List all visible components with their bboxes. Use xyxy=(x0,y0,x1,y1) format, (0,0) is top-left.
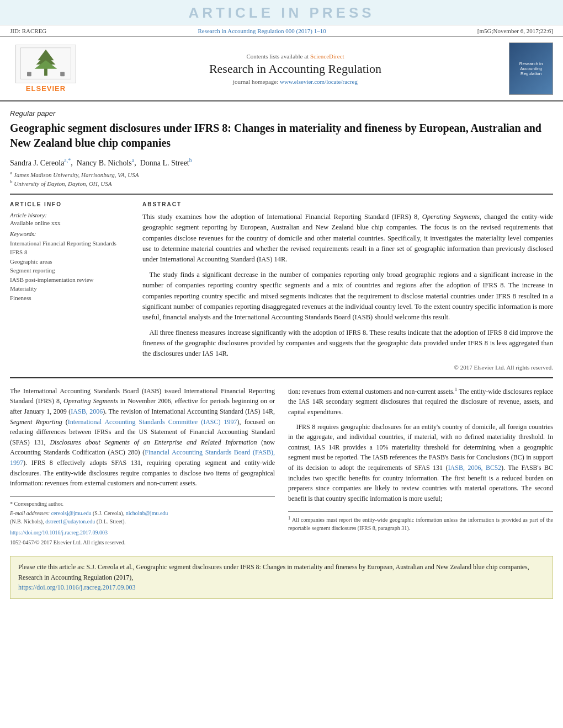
authors-line: Sandra J. Cereolaa,*, Nancy B. Nicholsa,… xyxy=(10,157,553,168)
abstract-para-3: All three fineness measures increase sig… xyxy=(142,328,553,360)
elsevier-logo-image xyxy=(15,45,76,83)
copyright-line: © 2017 Elsevier Ltd. All rights reserved… xyxy=(142,364,553,371)
logo-area: ELSEVIER xyxy=(10,45,82,93)
citation-doi-link[interactable]: https://doi.org/10.1016/j.racreg.2017.09… xyxy=(18,584,135,591)
sciencedirect-link[interactable]: ScienceDirect xyxy=(310,53,344,60)
contents-note: Contents lists available at ScienceDirec… xyxy=(82,53,509,60)
svg-rect-7 xyxy=(60,72,65,77)
main-para-right-1: tion: revenues from external customers a… xyxy=(288,386,553,417)
received-value: Available online xxx xyxy=(10,220,131,226)
issn-note: 1052-0457/© 2017 Elsevier Ltd. All right… xyxy=(10,539,275,547)
main-col-left: The International Accounting Standards B… xyxy=(10,386,275,548)
keyword-5: IASB post-implementation review xyxy=(10,275,131,285)
elsevier-svg xyxy=(16,45,76,83)
email-cereola[interactable]: cereolsj@jmu.edu xyxy=(51,510,92,516)
abstract-para-2: The study finds a significant decrease i… xyxy=(142,270,553,323)
keyword-2: IFRS 8 xyxy=(10,248,131,257)
watermark-text: ARTICLE IN PRESS xyxy=(188,4,374,21)
article-body: Regular paper Geographic segment disclos… xyxy=(0,109,563,599)
main-text-divider xyxy=(10,377,553,378)
main-text-cols: The International Accounting Standards B… xyxy=(10,386,553,548)
section-divider-after-affiliations xyxy=(10,194,553,195)
journal-ref-link[interactable]: Research in Accounting Regulation 000 (2… xyxy=(198,28,326,34)
history-label: Article history: xyxy=(10,212,131,218)
jid-label: JID: RACREG xyxy=(10,28,46,34)
footnote-area-left: * Corresponding author. E-mail addresses… xyxy=(10,496,275,547)
iasc-1997-link[interactable]: International Accounting Standards Commi… xyxy=(68,418,237,426)
citation-footer: Please cite this article as: S.J. Cereol… xyxy=(10,556,553,599)
author-3-superscript: b xyxy=(189,157,192,163)
info-abstract-cols: ARTICLE INFO Article history: Available … xyxy=(10,201,553,371)
journal-homepage: journal homepage: www.elsevier.com/locat… xyxy=(82,78,509,85)
author-2-superscript: a xyxy=(132,157,134,163)
main-col-right: tion: revenues from external customers a… xyxy=(288,386,553,548)
journal-header: ELSEVIER Contents lists available at Sci… xyxy=(0,36,563,101)
cover-text: Research inAccountingRegulation xyxy=(517,59,545,78)
top-meta-bar: JID: RACREG Research in Accounting Regul… xyxy=(0,25,563,36)
email-street[interactable]: dstreet1@udayton.edu xyxy=(45,518,95,524)
elsevier-wordmark: ELSEVIER xyxy=(26,84,66,93)
article-info-col: ARTICLE INFO Article history: Available … xyxy=(10,201,131,371)
abstract-text: This study examines how the adoption of … xyxy=(142,212,553,360)
journal-center: Contents lists available at ScienceDirec… xyxy=(82,53,509,85)
email-note: E-mail addresses: cereolsj@jmu.edu (S.J.… xyxy=(10,510,275,526)
abstract-para-1: This study examines how the adoption of … xyxy=(142,212,553,265)
article-in-press-banner: ARTICLE IN PRESS xyxy=(0,0,563,25)
email-nichols[interactable]: nicholnb@jmu.edu xyxy=(126,510,168,516)
iasb-2006-bc52-link[interactable]: IASB, 2006, BC52 xyxy=(448,464,501,472)
journal-cover-thumbnail: Research inAccountingRegulation xyxy=(509,42,553,95)
fasb-1997-link[interactable]: Financial Accounting Standards Board (FA… xyxy=(10,448,275,467)
article-info-heading: ARTICLE INFO xyxy=(10,201,131,207)
svg-rect-2 xyxy=(44,68,47,76)
keyword-1: International Financial Reporting Standa… xyxy=(10,239,131,248)
article-title: Geographic segment disclosures under IFR… xyxy=(10,121,553,151)
author-1: Sandra J. Cereola xyxy=(10,159,64,167)
affiliation-a: a James Madison University, Harrisonburg… xyxy=(10,170,553,178)
footnote-1: 1 All companies must report the entity-w… xyxy=(288,515,553,532)
iasb-2006-link[interactable]: IASB, 2006 xyxy=(71,408,103,415)
abstract-col: ABSTRACT This study examines how the ado… xyxy=(142,201,553,371)
keyword-3: Geographic areas xyxy=(10,257,131,266)
affiliation-b: b University of Dayton, Dayton, OH, USA xyxy=(10,179,553,187)
keywords-list: International Financial Reporting Standa… xyxy=(10,239,131,303)
footnote-area-right: 1 All companies must report the entity-w… xyxy=(288,511,553,532)
elsevier-logo: ELSEVIER xyxy=(10,45,82,93)
keywords-label: Keywords: xyxy=(10,231,131,237)
main-para-1: The International Accounting Standards B… xyxy=(10,386,275,489)
author-2: Nancy B. Nichols xyxy=(77,159,132,167)
keyword-4: Segment reporting xyxy=(10,266,131,275)
abstract-heading: ABSTRACT xyxy=(142,201,553,207)
author-3: Donna L. Street xyxy=(140,159,189,167)
doi-note: https://doi.org/10.1016/j.racreg.2017.09… xyxy=(10,529,275,537)
corresponding-note: * Corresponding author. xyxy=(10,500,275,508)
doi-link[interactable]: https://doi.org/10.1016/j.racreg.2017.09… xyxy=(10,529,108,536)
main-para-right-2: IFRS 8 requires geographic disclosures f… xyxy=(288,422,553,504)
svg-rect-6 xyxy=(27,72,31,77)
keyword-7: Fineness xyxy=(10,293,131,303)
date-code: [m5G;November 6, 2017;22:6] xyxy=(477,28,553,34)
keyword-6: Materiality xyxy=(10,284,131,293)
journal-title: Research in Accounting Regulation xyxy=(82,62,509,76)
author-1-superscript: a,* xyxy=(64,157,71,163)
homepage-link[interactable]: www.elsevier.com/locate/racreg xyxy=(280,78,358,85)
citation-text: Please cite this article as: S.J. Cereol… xyxy=(18,563,529,581)
paper-type: Regular paper xyxy=(10,109,553,117)
